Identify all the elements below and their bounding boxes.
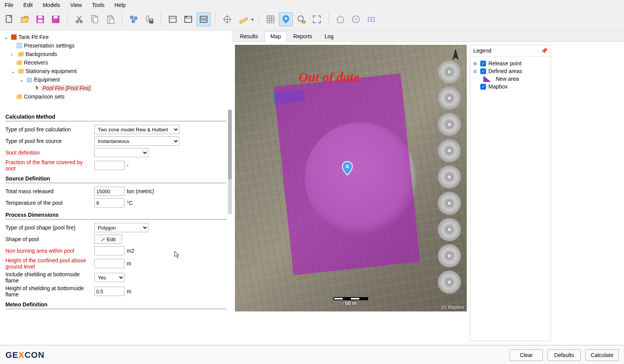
input-mass[interactable] <box>94 187 124 196</box>
menu-view[interactable]: View <box>68 1 84 9</box>
save-button[interactable] <box>33 12 47 26</box>
lbl-shape-type: Type of pool shape (pool fire) <box>5 225 94 231</box>
pin-button[interactable] <box>279 12 293 26</box>
lbl-shield-inc: Include shielding at bottomside flame <box>5 271 94 284</box>
unit-m: m <box>127 288 131 294</box>
chevron-down-icon[interactable]: ⌄ <box>4 34 9 40</box>
calc-tool-button[interactable] <box>142 12 156 26</box>
paste-button[interactable] <box>103 12 117 26</box>
new-file-button[interactable] <box>2 12 16 26</box>
tree-presentation[interactable]: Presentation settings <box>24 43 75 49</box>
menu-tools[interactable]: Tools <box>90 1 107 9</box>
form-button[interactable] <box>197 12 211 26</box>
input-height-conf[interactable] <box>94 259 124 268</box>
properties-panel: Calculation Method Type of pool fire cal… <box>0 106 232 344</box>
fullscreen-button[interactable] <box>310 12 324 26</box>
lbl-soot: Soot definition <box>5 150 94 156</box>
tab-reports[interactable]: Reports <box>287 31 318 41</box>
checkbox-release[interactable]: ✓ <box>480 61 486 66</box>
svg-rect-41 <box>27 78 31 82</box>
folder-icon <box>18 68 24 74</box>
compass-icon <box>451 49 461 65</box>
release-point-pin[interactable] <box>341 161 354 177</box>
svg-point-15 <box>132 20 135 23</box>
out-of-date-warning: Out of date <box>299 70 359 85</box>
tree-pool-fire[interactable]: Pool Fire [Pool Fire] <box>41 85 92 91</box>
legend-title: Legend <box>473 48 491 54</box>
tab-log[interactable]: Log <box>319 31 339 41</box>
svg-rect-22 <box>185 17 187 17</box>
lbl-height-conf: Height of the confined pool above ground… <box>5 257 94 270</box>
menu-file[interactable]: File <box>2 1 16 9</box>
svg-rect-30 <box>240 17 248 24</box>
legend-panel: Legend 📌 ⊞✓Release point ⊟✓Defined areas… <box>470 45 551 341</box>
open-button[interactable] <box>18 12 32 26</box>
project-tree[interactable]: ⌄ Tank Pit Fire Presentation settings › … <box>0 31 232 106</box>
shape-pentagon-button[interactable] <box>333 12 347 26</box>
section-calc-method: Calculation Method <box>5 114 226 121</box>
svg-rect-11 <box>109 15 111 17</box>
menu-models[interactable]: Models <box>41 1 63 9</box>
tree-comparison[interactable]: Comparison sets <box>24 94 65 100</box>
tree-stationary[interactable]: Stationary equipment <box>26 68 77 74</box>
project-icon <box>11 34 17 40</box>
window-button[interactable] <box>166 12 180 26</box>
chevron-down-icon[interactable]: ⌄ <box>19 77 25 83</box>
select-shield-inc[interactable]: Yes <box>94 273 124 282</box>
collapse-icon[interactable]: ⊟ <box>473 69 478 74</box>
select-soot[interactable] <box>94 148 148 157</box>
map-view[interactable]: Out of date 50 m (c) Mapbox <box>235 45 467 311</box>
svg-rect-39 <box>11 34 17 40</box>
select-shape-type[interactable]: Polygon <box>94 223 148 232</box>
checkbox-areas[interactable]: ✓ <box>480 68 486 74</box>
tab-map[interactable]: Map <box>265 31 287 42</box>
chevron-down-icon[interactable]: ⌄ <box>11 68 16 74</box>
input-nonburn[interactable] <box>94 246 124 255</box>
model-button[interactable] <box>127 12 141 26</box>
legend-areas[interactable]: Defined areas <box>488 68 522 74</box>
unit-m: m <box>127 260 131 267</box>
tree-backgrounds[interactable]: Backgrounds <box>26 51 57 57</box>
select-calc-type[interactable]: Two zone model Rew & Hulbert <box>94 125 179 134</box>
edit-shape-button[interactable]: Edit <box>94 235 122 244</box>
checkbox-mapbox[interactable]: ✓ <box>480 84 486 90</box>
expand-icon[interactable]: ⊞ <box>473 61 478 66</box>
grid-button[interactable] <box>264 12 277 26</box>
chevron-right-icon[interactable]: › <box>11 51 16 57</box>
shape-rect-button[interactable] <box>364 12 378 26</box>
tree-root[interactable]: Tank Pit Fire <box>19 34 49 40</box>
target-button[interactable] <box>220 12 234 26</box>
unit-c: °C <box>127 200 133 206</box>
pin-icon[interactable]: 📌 <box>541 48 547 54</box>
legend-newarea[interactable]: New area <box>496 76 519 82</box>
copy-button[interactable] <box>88 12 102 26</box>
zoom-lock-button[interactable] <box>294 12 308 26</box>
select-source-type[interactable]: Instantaneous <box>94 136 179 146</box>
ruler-button[interactable] <box>236 12 250 26</box>
scale-bar: 50 m <box>333 297 368 306</box>
svg-point-31 <box>285 17 287 20</box>
menu-edit[interactable]: Edit <box>21 1 35 9</box>
defaults-button[interactable]: Defaults <box>547 349 581 361</box>
shape-circle-button[interactable] <box>349 12 363 26</box>
unit-dash: - <box>127 162 129 168</box>
legend-release[interactable]: Release point <box>488 60 522 66</box>
save-as-button[interactable] <box>49 12 63 26</box>
tree-receivers[interactable]: Receivers <box>24 60 48 66</box>
toolbar: ▾ <box>0 10 624 31</box>
svg-point-36 <box>355 19 357 20</box>
input-temp[interactable] <box>94 198 124 208</box>
tab-results[interactable]: Results <box>234 31 264 41</box>
input-shield-h[interactable] <box>94 287 124 296</box>
panel-button[interactable] <box>181 12 195 26</box>
clear-button[interactable]: Clear <box>510 349 543 361</box>
tree-equipment[interactable]: Equipment <box>34 77 60 83</box>
legend-mapbox[interactable]: Mapbox <box>488 83 508 90</box>
calculate-button[interactable]: Calculate <box>585 349 619 361</box>
svg-rect-40 <box>17 43 22 48</box>
scrollbar[interactable] <box>228 110 232 214</box>
input-fraction[interactable] <box>94 161 124 170</box>
cut-button[interactable] <box>72 12 86 26</box>
menu-help[interactable]: Help <box>112 1 128 9</box>
svg-rect-3 <box>38 20 43 22</box>
